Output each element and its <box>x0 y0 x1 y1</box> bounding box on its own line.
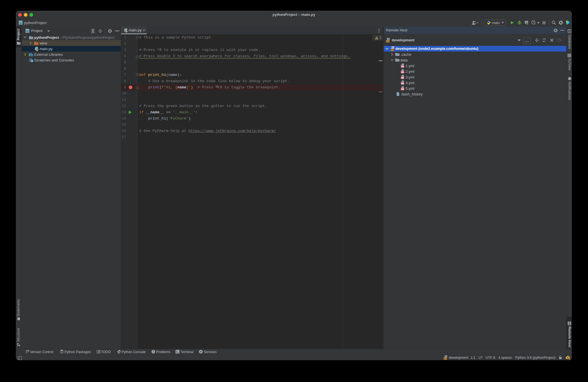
svg-text:YML: YML <box>401 88 404 90</box>
svg-text:SFTP: SFTP <box>443 358 447 359</box>
svg-text:YML: YML <box>401 66 404 67</box>
svg-text:YML: YML <box>401 71 404 73</box>
svg-text:YML: YML <box>401 83 404 84</box>
svg-text:?: ? <box>396 94 398 97</box>
svg-text:SFTP: SFTP <box>390 49 394 51</box>
svg-text:YML: YML <box>401 77 404 79</box>
svg-text:SFTP: SFTP <box>386 40 390 42</box>
